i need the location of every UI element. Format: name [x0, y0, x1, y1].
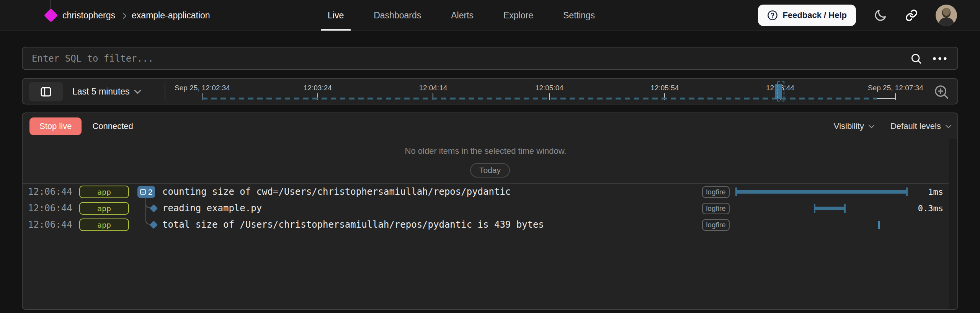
sql-filter-input[interactable]	[23, 47, 910, 69]
tab-alerts[interactable]: Alerts	[444, 0, 480, 31]
service-badge[interactable]: app	[79, 186, 129, 198]
tab-live[interactable]: Live	[321, 0, 351, 31]
link-icon	[905, 9, 918, 22]
moon-icon	[874, 8, 887, 22]
tab-dashboards[interactable]: Dashboards	[367, 0, 428, 31]
share-link-button[interactable]	[905, 9, 918, 22]
breadcrumb-org[interactable]: christophergs	[62, 10, 115, 21]
log-timestamp: 12:06:44	[28, 184, 72, 200]
logfire-logo[interactable]	[45, 0, 57, 21]
log-message: total size of /Users/christophersamiulla…	[162, 217, 544, 233]
tree-connector	[145, 197, 154, 225]
breadcrumb-chevron-icon	[121, 13, 127, 19]
log-instant-marker	[878, 221, 880, 229]
collapse-children-button[interactable]: 2	[137, 186, 155, 198]
divider	[165, 82, 165, 101]
logfire-tag[interactable]: logfire	[702, 186, 730, 198]
sidebar-toggle-button[interactable]	[29, 82, 63, 101]
timeline-label: Sep 25, 12:02:34	[175, 84, 230, 92]
timeline-label: 12:04:14	[419, 84, 447, 92]
tab-settings[interactable]: Settings	[556, 0, 602, 31]
timeline-label: 12:05:04	[535, 84, 564, 92]
search-icon[interactable]	[910, 52, 922, 65]
timeline-track[interactable]: Sep 25, 12:02:34 12:03:24 12:04:14 12:05…	[173, 79, 942, 104]
tab-explore[interactable]: Explore	[497, 0, 540, 31]
chevron-down-icon	[869, 122, 875, 129]
collapse-minus-icon	[140, 189, 146, 195]
default-levels-label: Default levels	[890, 121, 941, 131]
log-message: counting size of cwd=/Users/christophers…	[162, 184, 511, 200]
time-range-label: Last 5 minutes	[72, 86, 130, 97]
scrollbar-track[interactable]	[949, 139, 957, 309]
span-duration-value: 1ms	[928, 184, 943, 200]
service-badge[interactable]: app	[79, 218, 129, 231]
timeline-label: 12:03:24	[304, 84, 332, 92]
log-row-child-span[interactable]: 12:06:44 app reading example.py logfire …	[23, 200, 949, 217]
more-options-icon[interactable]	[932, 56, 947, 61]
logfire-tag[interactable]: logfire	[702, 203, 730, 214]
timeline-tick	[895, 93, 896, 100]
breadcrumb: christophergs example-application	[62, 0, 210, 31]
breadcrumb-project[interactable]: example-application	[132, 10, 210, 21]
sql-filter-panel	[22, 47, 958, 70]
logfire-diamond-icon	[44, 8, 58, 23]
connection-status: Connected	[92, 121, 133, 131]
log-timestamp: 12:06:44	[28, 217, 72, 233]
log-message: reading example.py	[162, 200, 262, 217]
feedback-help-label: Feedback / Help	[782, 10, 847, 20]
sql-filter-actions	[910, 52, 957, 65]
stop-live-button[interactable]: Stop live	[29, 117, 82, 135]
feedback-help-button[interactable]: Feedback / Help	[758, 5, 856, 26]
theme-toggle-button[interactable]	[874, 8, 887, 22]
today-button[interactable]: Today	[470, 163, 510, 178]
visibility-dropdown[interactable]: Visibility	[834, 121, 874, 131]
timeline-zoom-button[interactable]	[933, 83, 950, 100]
log-row-parent-span[interactable]: 12:06:44 app 2 counting size of cwd=/Use…	[23, 184, 949, 200]
chevron-down-icon	[134, 87, 141, 94]
nav-right-cluster: Feedback / Help	[758, 0, 957, 31]
timeline-selection-box[interactable]	[777, 82, 784, 101]
timeline-label: 12:05:54	[650, 84, 679, 92]
nav-tabs: Live Dashboards Alerts Explore Settings	[321, 0, 602, 31]
log-timestamp: 12:06:44	[28, 200, 72, 217]
span-duration-bar	[736, 190, 907, 194]
default-levels-dropdown[interactable]: Default levels	[890, 121, 951, 131]
span-duration-bar	[814, 207, 845, 210]
timeline-panel: Last 5 minutes Sep 25, 12:02:34 12:03:24…	[22, 78, 958, 104]
visibility-label: Visibility	[834, 121, 864, 131]
empty-window-message: No older items in the selected time wind…	[23, 146, 949, 156]
question-circle-icon	[767, 10, 778, 21]
log-rows: 12:06:44 app 2 counting size of cwd=/Use…	[23, 184, 949, 233]
chevron-down-icon	[946, 122, 952, 129]
timeline-end-segment	[877, 98, 895, 99]
live-log-panel: Stop live Connected Visibility Default l…	[22, 112, 958, 310]
log-row-child-log[interactable]: 12:06:44 app total size of /Users/christ…	[23, 217, 949, 233]
child-count: 2	[148, 187, 153, 197]
service-badge[interactable]: app	[79, 202, 129, 215]
live-controls-bar: Stop live Connected Visibility Default l…	[23, 113, 957, 139]
span-duration-value: 0.3ms	[918, 200, 943, 217]
time-range-selector[interactable]: Last 5 minutes	[72, 79, 140, 104]
panel-left-icon	[40, 85, 52, 98]
timeline-label: Sep 25, 12:07:34	[868, 84, 923, 92]
logfire-tag[interactable]: logfire	[702, 219, 730, 231]
top-nav: christophergs example-application Live D…	[0, 0, 980, 31]
zoom-in-icon	[933, 83, 950, 100]
user-avatar[interactable]	[936, 5, 957, 26]
